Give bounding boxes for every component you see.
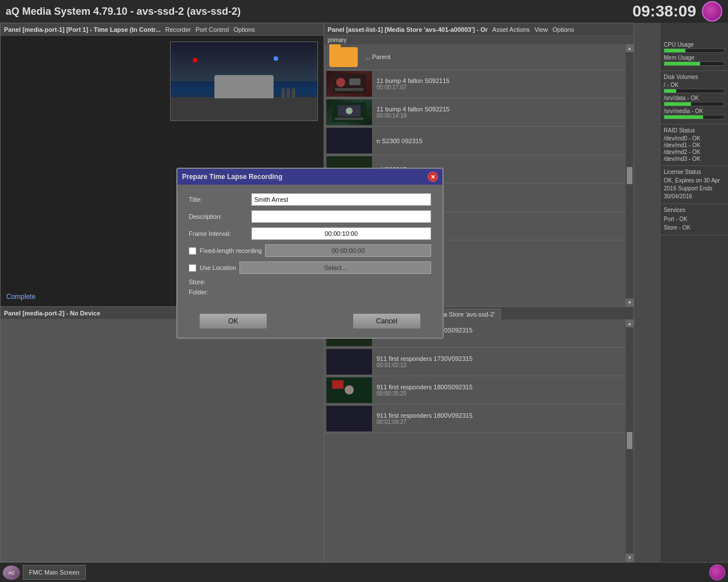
ok-button[interactable]: OK bbox=[199, 313, 267, 329]
fixed-length-input bbox=[265, 244, 431, 257]
description-input[interactable] bbox=[251, 210, 431, 223]
cpu-usage: CPU Usage bbox=[664, 41, 725, 53]
list-item[interactable]: 11 bump 4 fallon S092215 00:00:14:18 bbox=[324, 98, 634, 127]
dialog-body: Title: Description: Frame Interval: Fixe… bbox=[177, 185, 442, 307]
left-panel-header: Panel [media-port-1] [Port 1] - Time Lap… bbox=[1, 23, 324, 36]
disk-bar-media-fill bbox=[664, 115, 703, 119]
bottom-left-title: Panel [media-port-2] - No Device bbox=[4, 310, 100, 317]
fixed-length-checkbox[interactable] bbox=[189, 247, 196, 255]
folder-label: Folder: bbox=[189, 289, 251, 296]
asset-name: 911 first responders 1800S092315 bbox=[377, 384, 631, 390]
svg-point-6 bbox=[346, 107, 353, 114]
use-location-row: Use Location Select... bbox=[189, 261, 431, 274]
asset-thumb bbox=[326, 99, 372, 125]
asset-info: 11 bump 4 fallon S092115 00:00:17:07 bbox=[377, 77, 631, 90]
left-panel-title: Panel [media-port-1] [Port 1] - Time Lap… bbox=[4, 26, 160, 33]
store-label: Store: bbox=[189, 278, 251, 285]
scroll-up-btn[interactable]: ▲ bbox=[626, 44, 634, 52]
parent-info: ... Parent bbox=[365, 53, 631, 60]
list-item[interactable]: 911 first responders 1800S092315 00:00:3… bbox=[324, 376, 634, 405]
cpu-section: CPU Usage Mem Usage bbox=[660, 39, 728, 71]
port-control-menu[interactable]: Port Control bbox=[196, 26, 229, 33]
scroll-thumb[interactable] bbox=[627, 167, 632, 184]
cancel-button[interactable]: Cancel bbox=[353, 313, 421, 329]
mem-bar bbox=[664, 61, 725, 66]
cpu-label: CPU Usage bbox=[664, 41, 725, 48]
list-item[interactable]: n S2300 092315 bbox=[324, 127, 634, 155]
primary-label: primary bbox=[324, 36, 634, 44]
dialog-footer: OK Cancel bbox=[177, 307, 442, 338]
app-title: aQ Media System 4.79.10 - avs-ssd-2 (avs… bbox=[6, 6, 241, 18]
list-item[interactable]: 911 first responders 1730V092315 00:01:0… bbox=[324, 348, 634, 376]
asset-info: 911 first responders 1730V092315 00:01:0… bbox=[377, 355, 631, 368]
asset-duration: 00:00:17:07 bbox=[377, 84, 631, 90]
use-location-checkbox[interactable] bbox=[189, 264, 196, 272]
asset-name: 11 bump 4 fallon S092215 bbox=[377, 106, 631, 113]
disk-item-data: /srv/data - OK bbox=[664, 95, 725, 101]
asset-parent-item[interactable]: ... Parent bbox=[324, 44, 634, 70]
raid-md1: /dev/md1 - OK bbox=[664, 142, 725, 148]
taskbar: aQ FMC Main Screen bbox=[0, 562, 728, 582]
license-text: OK, Expires on 30 Apr 2016 Support Ends … bbox=[664, 177, 725, 201]
folder-row: Folder: bbox=[189, 289, 431, 296]
taskbar-item[interactable]: FMC Main Screen bbox=[23, 565, 86, 580]
taskbar-app-icon[interactable] bbox=[709, 564, 725, 580]
asset-name: 911 first responders 1730V092315 bbox=[377, 355, 631, 362]
dialog-title: Prepare Time Lapse Recording bbox=[182, 173, 283, 181]
asset-thumb bbox=[326, 71, 372, 97]
title-input[interactable] bbox=[251, 193, 431, 206]
right-panel-title: Panel [asset-list-1] [Media Store 'avs-4… bbox=[328, 26, 488, 33]
scene-light-blue-icon bbox=[274, 56, 278, 61]
taskbar-item-label: FMC Main Screen bbox=[29, 569, 80, 576]
right-panel-header: Panel [asset-list-1] [Media Store 'avs-4… bbox=[324, 23, 634, 36]
mem-bar-fill bbox=[664, 62, 700, 65]
view-menu[interactable]: View bbox=[535, 26, 548, 33]
folder-icon bbox=[326, 45, 361, 68]
bottom-panels: Panel [media-port-2] - No Device Media S… bbox=[0, 307, 634, 562]
frame-interval-row: Frame Interval: bbox=[189, 227, 431, 240]
frame-interval-input[interactable] bbox=[251, 227, 431, 240]
asset-info: 11 bump 4 fallon S092215 00:00:14:18 bbox=[377, 106, 631, 119]
scrollbar[interactable]: ▲ ▼ bbox=[626, 44, 634, 306]
video-scene bbox=[171, 42, 317, 120]
folder-shape bbox=[329, 47, 358, 67]
bottom-scroll-thumb[interactable] bbox=[627, 432, 632, 449]
complete-label[interactable]: Complete bbox=[6, 293, 35, 301]
raid-md3: /dev/md3 - OK bbox=[664, 156, 725, 162]
description-label: Description: bbox=[189, 213, 251, 220]
asset-duration: 00:01:09:27 bbox=[377, 419, 631, 425]
services-port: Port - OK bbox=[664, 215, 725, 223]
figure-1 bbox=[282, 88, 285, 98]
taskbar-logo-icon[interactable]: aQ bbox=[3, 566, 20, 580]
select-button[interactable]: Select... bbox=[239, 261, 431, 274]
bottom-scroll-down-btn[interactable]: ▼ bbox=[626, 554, 634, 562]
scene-light-red-icon bbox=[193, 58, 197, 63]
options-menu-left[interactable]: Options bbox=[233, 26, 255, 33]
raid-title: RAID Status bbox=[664, 127, 725, 134]
fixed-length-label: Fixed-length recording bbox=[200, 247, 262, 254]
disk-title: Disk Volumes bbox=[664, 74, 725, 80]
list-item[interactable]: 11 bump 4 fallon S092115 00:00:17:07 bbox=[324, 70, 634, 98]
taskbar-right bbox=[709, 564, 725, 580]
license-title: License Status bbox=[664, 169, 725, 175]
services-title: Services bbox=[664, 207, 725, 213]
frame-interval-label: Frame Interval: bbox=[189, 230, 251, 237]
list-item[interactable]: 911 first responders 1800V092315 00:01:0… bbox=[324, 405, 634, 433]
recorder-menu[interactable]: Recorder bbox=[165, 26, 191, 33]
options-menu-right[interactable]: Options bbox=[552, 26, 574, 33]
app-logo-icon[interactable] bbox=[702, 1, 722, 22]
mem-label: Mem Usage bbox=[664, 55, 725, 61]
bottom-scrollbar[interactable]: ▲ ▼ bbox=[626, 319, 634, 562]
bottom-right-panel: Media Store 'avs-401-a00003' Media Store… bbox=[324, 307, 634, 562]
dialog-titlebar: Prepare Time Lapse Recording ✕ bbox=[177, 169, 442, 185]
services-store: Store - OK bbox=[664, 223, 725, 232]
license-section: License Status OK, Expires on 30 Apr 201… bbox=[660, 166, 728, 204]
asset-duration: 00:00:14:18 bbox=[377, 113, 631, 119]
asset-actions-menu[interactable]: Asset Actions bbox=[493, 26, 530, 33]
dialog-close-button[interactable]: ✕ bbox=[428, 172, 438, 182]
fixed-length-row: Fixed-length recording bbox=[189, 244, 431, 257]
bottom-scroll-up-btn[interactable]: ▲ bbox=[626, 319, 634, 327]
disk-bar-data bbox=[664, 102, 725, 106]
scroll-down-btn[interactable]: ▼ bbox=[626, 298, 634, 306]
disk-bar-media bbox=[664, 115, 725, 119]
